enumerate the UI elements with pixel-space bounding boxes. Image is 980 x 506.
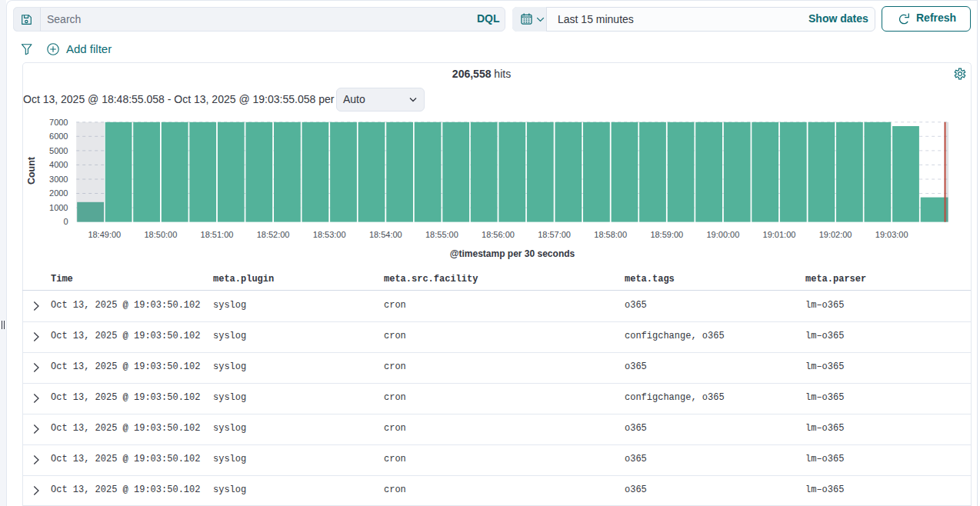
svg-text:18:50:00: 18:50:00 <box>144 230 177 239</box>
svg-text:19:03:00: 19:03:00 <box>875 230 908 239</box>
svg-text:5000: 5000 <box>49 146 68 155</box>
svg-text:18:53:00: 18:53:00 <box>313 230 346 239</box>
svg-text:4000: 4000 <box>49 160 68 169</box>
svg-text:1000: 1000 <box>49 203 68 212</box>
svg-text:18:56:00: 18:56:00 <box>482 230 515 239</box>
svg-text:18:54:00: 18:54:00 <box>369 230 402 239</box>
svg-text:18:58:00: 18:58:00 <box>594 230 627 239</box>
svg-text:0: 0 <box>63 217 68 226</box>
svg-text:19:01:00: 19:01:00 <box>763 230 796 239</box>
svg-text:19:00:00: 19:00:00 <box>706 230 739 239</box>
svg-text:19:02:00: 19:02:00 <box>819 230 852 239</box>
svg-text:18:59:00: 18:59:00 <box>650 230 683 239</box>
svg-text:2000: 2000 <box>49 188 68 198</box>
svg-text:3000: 3000 <box>49 175 68 184</box>
svg-text:18:49:00: 18:49:00 <box>88 230 121 239</box>
svg-text:7000: 7000 <box>49 118 68 127</box>
svg-text:18:51:00: 18:51:00 <box>201 230 234 239</box>
svg-text:18:57:00: 18:57:00 <box>538 230 571 239</box>
svg-text:6000: 6000 <box>49 131 68 141</box>
svg-text:18:52:00: 18:52:00 <box>257 230 290 239</box>
svg-text:18:55:00: 18:55:00 <box>425 230 458 239</box>
